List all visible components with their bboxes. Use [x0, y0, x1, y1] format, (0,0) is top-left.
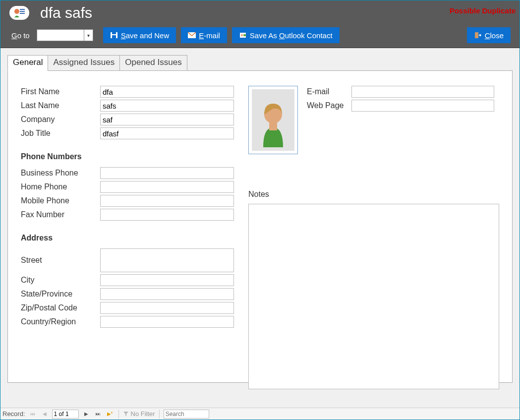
record-label: Record: — [2, 410, 25, 418]
last-record-button[interactable]: ⏭ — [94, 410, 103, 419]
email-input[interactable] — [351, 86, 494, 98]
outlook-icon — [239, 32, 247, 39]
street-label: Street — [21, 256, 100, 265]
new-record-button[interactable]: ▶* — [106, 410, 115, 419]
svg-rect-12 — [475, 32, 478, 38]
tabstrip: General Assigned Issues Opened Issues — [7, 55, 513, 71]
mail-icon — [188, 32, 196, 39]
goto-dropdown[interactable]: ▾ — [37, 29, 93, 41]
business-phone-label: Business Phone — [21, 169, 100, 178]
last-name-input[interactable] — [100, 100, 234, 112]
search-input[interactable] — [164, 410, 209, 419]
tab-assigned-issues[interactable]: Assigned Issues — [48, 55, 120, 71]
last-name-label: Last Name — [21, 101, 100, 110]
svg-point-10 — [241, 34, 243, 36]
city-label: City — [21, 276, 100, 285]
phone-section-title: Phone Numbers — [21, 152, 237, 161]
header-bar: dfa safs Possible Duplicate Go to ▾ Save… — [0, 0, 520, 48]
country-label: Country/Region — [21, 317, 100, 326]
address-section-title: Address — [21, 234, 237, 242]
home-phone-label: Home Phone — [21, 182, 100, 191]
tab-general[interactable]: General — [7, 55, 48, 71]
save-and-new-button[interactable]: Save and New — [103, 27, 176, 43]
notes-input[interactable] — [248, 204, 499, 389]
svg-rect-4 — [20, 13, 25, 14]
zip-label: Zip/Postal Code — [21, 303, 100, 312]
toolbar: Go to ▾ Save and New E-mail Save As Outl… — [0, 25, 520, 45]
first-record-button[interactable]: ⏮ — [28, 410, 37, 419]
filter-indicator[interactable]: No Filter — [123, 410, 155, 418]
street-input[interactable] — [100, 248, 234, 272]
general-panel: First Name Last Name Company Job Title P… — [7, 70, 513, 383]
page-title: dfa safs — [40, 4, 92, 21]
svg-rect-11 — [243, 34, 246, 36]
record-navigation-bar: Record: ⏮ ◀ ▶ ⏭ ▶* No Filter — [0, 408, 520, 420]
country-input[interactable] — [100, 316, 234, 328]
state-label: State/Province — [21, 290, 100, 299]
save-as-outlook-button[interactable]: Save As Outlook Contact — [232, 27, 340, 43]
filter-icon — [123, 411, 129, 417]
fax-label: Fax Number — [21, 210, 100, 219]
mobile-phone-label: Mobile Phone — [21, 196, 100, 205]
close-door-icon — [474, 32, 482, 39]
svg-rect-7 — [112, 35, 116, 38]
email-button[interactable]: E-mail — [181, 27, 227, 43]
home-phone-input[interactable] — [100, 181, 234, 193]
close-button[interactable]: Close — [467, 27, 511, 43]
content-area: General Assigned Issues Opened Issues Fi… — [0, 48, 520, 408]
contact-photo[interactable] — [248, 86, 298, 154]
state-input[interactable] — [100, 288, 234, 300]
email-label: E-mail — [307, 87, 351, 96]
goto-dropdown-value[interactable] — [37, 29, 84, 41]
company-label: Company — [21, 115, 100, 124]
record-position-input[interactable] — [52, 410, 79, 419]
business-phone-input[interactable] — [100, 167, 234, 179]
job-title-input[interactable] — [100, 127, 234, 139]
web-page-label: Web Page — [307, 101, 351, 110]
first-name-input[interactable] — [100, 86, 234, 98]
avatar-placeholder-icon — [253, 93, 293, 147]
web-page-input[interactable] — [351, 100, 494, 112]
tab-opened-issues[interactable]: Opened Issues — [119, 55, 187, 71]
zip-input[interactable] — [100, 302, 234, 314]
mobile-phone-input[interactable] — [100, 195, 234, 207]
prev-record-button[interactable]: ◀ — [40, 410, 49, 419]
svg-rect-3 — [20, 11, 25, 12]
contact-card-icon — [9, 6, 29, 20]
save-icon — [110, 32, 118, 39]
svg-rect-6 — [112, 32, 116, 34]
svg-point-1 — [14, 9, 19, 14]
svg-rect-2 — [20, 9, 25, 10]
fax-input[interactable] — [100, 209, 234, 221]
first-name-label: First Name — [21, 87, 100, 96]
next-record-button[interactable]: ▶ — [82, 410, 91, 419]
notes-label: Notes — [248, 190, 499, 199]
duplicate-warning: Possible Duplicate — [450, 6, 516, 15]
company-input[interactable] — [100, 114, 234, 125]
goto-label: Go to — [11, 31, 30, 40]
job-title-label: Job Title — [21, 129, 100, 138]
city-input[interactable] — [100, 274, 234, 286]
chevron-down-icon[interactable]: ▾ — [84, 29, 93, 41]
